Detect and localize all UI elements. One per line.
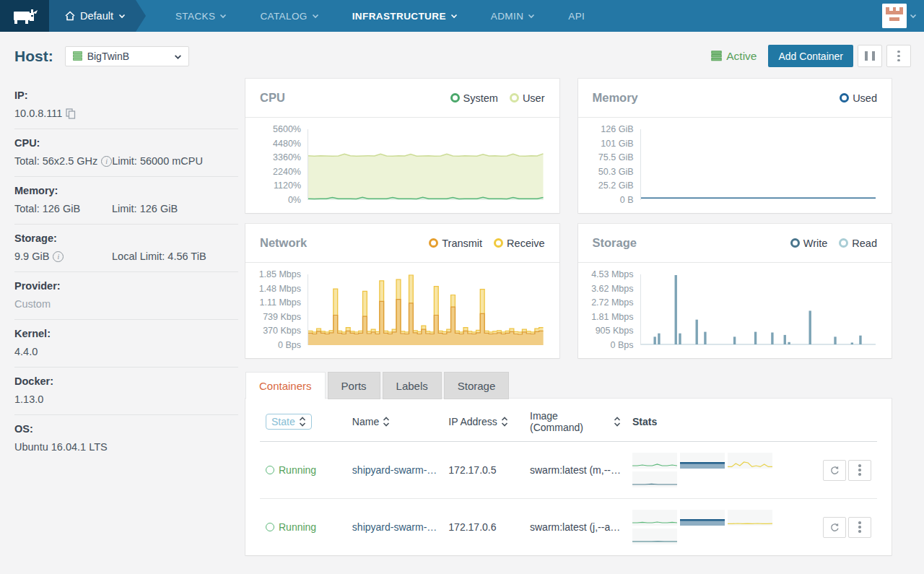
container-name-link[interactable]: shipyard-swarm-…	[352, 521, 437, 533]
tab-ports[interactable]: Ports	[328, 372, 380, 399]
container-name-link[interactable]: shipyard-swarm-…	[352, 464, 437, 476]
tab-labels[interactable]: Labels	[383, 372, 442, 399]
y-tick-label: 75.5 GiB	[598, 152, 634, 162]
detail-value: Limit: 126 GiB	[112, 203, 178, 214]
host-details-panel: IP:10.0.8.111CPU:Total: 56x2.5 GHziLimit…	[0, 79, 245, 462]
host-select[interactable]: BigTwinB	[65, 46, 189, 66]
chart-card-cpu: CPUSystemUser5600%4480%3360%2240%1120%0%	[245, 79, 559, 213]
nav-item-api[interactable]: API	[552, 0, 601, 32]
legend-item-used[interactable]: Used	[840, 92, 877, 104]
info-icon[interactable]: i	[53, 251, 64, 262]
column-header-sort: Stats	[632, 416, 657, 427]
column-header-label: IP Address	[448, 416, 497, 427]
container-actions-menu-button[interactable]	[848, 460, 871, 481]
column-header-sort[interactable]: Image (Command)	[530, 410, 621, 433]
state-label: Running	[279, 464, 316, 476]
ip-address: 172.17.0.6	[448, 521, 496, 533]
restart-container-button[interactable]	[823, 460, 846, 481]
chart-legend: WriteRead	[790, 238, 877, 249]
chart-y-axis: 1.85 Mbps1.48 Mbps1.11 Mbps739 Kbps370 K…	[250, 274, 308, 345]
user-menu[interactable]	[882, 0, 924, 32]
legend-item-receive[interactable]: Receive	[494, 238, 544, 249]
legend-item-write[interactable]: Write	[790, 238, 828, 249]
detail-value: Limit: 56000 mCPU	[112, 155, 203, 167]
detail-values: Total: 126 GiBLimit: 126 GiB	[14, 203, 238, 214]
user-avatar	[882, 4, 907, 28]
container-actions-menu-button[interactable]	[848, 517, 871, 538]
tab-containers[interactable]: Containers	[245, 372, 326, 399]
copy-icon[interactable]	[66, 108, 76, 119]
detail-value: Ubuntu 16.04.1 LTS	[14, 441, 108, 453]
column-header-actions	[812, 400, 877, 442]
y-tick-label: 4480%	[273, 139, 301, 149]
nav-item-infrastructure[interactable]: INFRASTRUCTURE	[336, 0, 474, 32]
column-header-label: Stats	[632, 416, 657, 427]
legend-ring-icon	[429, 238, 438, 248]
legend-item-user[interactable]: User	[510, 92, 545, 104]
cell-name: shipyard-swarm-…	[346, 499, 443, 556]
container-state: Running	[266, 521, 341, 533]
cell-image: swarm:latest (m,--…	[524, 442, 627, 499]
column-header-sort[interactable]: IP Address	[448, 416, 507, 427]
tab-storage[interactable]: Storage	[444, 372, 510, 399]
rancher-logo[interactable]	[0, 0, 49, 32]
y-tick-label: 739 Kbps	[263, 312, 301, 322]
chart-title: Storage	[593, 236, 637, 250]
cell-ip-address: 172.17.0.5	[443, 442, 524, 499]
detail-values: Ubuntu 16.04.1 LTS	[14, 441, 238, 453]
chart-card-storage: StorageWriteRead4.53 Mbps3.62 Mbps2.72 M…	[578, 224, 892, 358]
sparkline-memory	[680, 453, 725, 469]
chart-legend: Used	[840, 92, 877, 104]
detail-value: 10.0.8.111	[14, 108, 76, 119]
legend-item-read[interactable]: Read	[839, 238, 877, 249]
restart-container-button[interactable]	[823, 517, 846, 538]
running-state-icon	[266, 466, 274, 474]
y-tick-label: 1.11 Mbps	[260, 297, 301, 308]
pause-icon	[865, 51, 868, 61]
detail-values: 4.4.0	[14, 346, 238, 357]
sparkline-storage	[632, 471, 677, 487]
detail-value: Total: 126 GiB	[14, 203, 112, 214]
sparkline-cpu	[632, 510, 677, 526]
chart-legend: TransmitReceive	[429, 238, 544, 249]
legend-ring-icon	[510, 93, 519, 103]
chevron-down-icon	[450, 12, 458, 19]
detail-values: 9.9 GiBiLocal Limit: 4.56 TiB	[14, 251, 238, 262]
detail-row-memory: Memory:Total: 126 GiBLimit: 126 GiB	[14, 177, 238, 225]
legend-item-system[interactable]: System	[450, 92, 498, 104]
detail-value-text: 10.0.8.111	[14, 108, 62, 119]
chart-plot	[640, 129, 876, 200]
deactivate-host-button[interactable]	[858, 45, 882, 67]
chevron-down-icon	[118, 12, 126, 19]
chart-title: Network	[260, 236, 307, 250]
detail-value-text: 9.9 GiB	[14, 251, 49, 262]
running-state-icon	[266, 523, 274, 531]
legend-label: System	[463, 92, 498, 104]
column-header-sort[interactable]: Name	[352, 416, 390, 427]
kebab-icon	[858, 464, 861, 476]
nav-item-admin[interactable]: ADMIN	[474, 0, 552, 32]
sort-icon	[501, 417, 508, 427]
chart-card-memory: MemoryUsed126 GiB101 GiB75.5 GiB50.3 GiB…	[578, 79, 892, 213]
info-icon[interactable]: i	[101, 156, 112, 167]
cell-ip-address: 172.17.0.6	[443, 499, 524, 556]
nav-item-label: STACKS	[175, 11, 215, 22]
detail-label: Storage:	[14, 232, 238, 244]
detail-row-os: OS:Ubuntu 16.04.1 LTS	[14, 415, 238, 462]
host-icon	[73, 51, 82, 61]
y-tick-label: 1.48 Mbps	[259, 284, 301, 294]
row-actions	[818, 517, 871, 538]
nav-item-stacks[interactable]: STACKS	[159, 0, 243, 32]
legend-label: Transmit	[442, 238, 482, 249]
active-host-icon	[711, 51, 722, 61]
column-header-sort[interactable]: State	[266, 414, 312, 430]
add-container-button[interactable]: Add Container	[768, 45, 853, 67]
metric-charts: CPUSystemUser5600%4480%3360%2240%1120%0%…	[245, 79, 892, 358]
nav-item-catalog[interactable]: CATALOG	[243, 0, 335, 32]
host-actions-menu-button[interactable]	[886, 45, 911, 67]
legend-item-transmit[interactable]: Transmit	[429, 238, 482, 249]
detail-value-text: Limit: 56000 mCPU	[112, 155, 203, 167]
detail-value: 9.9 GiBi	[14, 251, 112, 262]
environment-menu[interactable]: Default	[49, 0, 136, 32]
cell-stats	[627, 442, 812, 499]
